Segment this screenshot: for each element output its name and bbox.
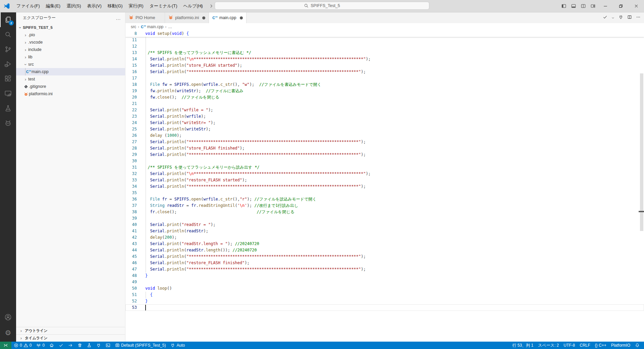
tree-item-spiffs-test-5[interactable]: ›SPIFFS_TEST_5 [16, 24, 125, 31]
nav-back-button[interactable] [197, 2, 205, 10]
status-encoding-text: UTF-8 [564, 342, 575, 349]
editor-scrollbar[interactable] [640, 73, 643, 231]
code-editor[interactable]: 8void setup(void) { 111213 /** SPIFFS を使… [125, 31, 644, 342]
run-task-button[interactable] [603, 15, 607, 21]
dirty-indicator-icon[interactable] [202, 16, 205, 19]
more-actions-button[interactable] [636, 15, 641, 21]
breadcrumb-[interactable]: … [168, 24, 172, 29]
tab-main-cpp[interactable]: C++main.cpp [209, 12, 246, 23]
menu-s[interactable]: 選択(S) [63, 2, 84, 10]
menu-g[interactable]: 移動(G) [105, 2, 126, 10]
activity-run-debug[interactable] [0, 57, 16, 71]
status-encoding[interactable]: UTF-8 [561, 342, 577, 349]
code-text: void setup(void) { [145, 31, 189, 37]
activity-explorer[interactable]: 2 [0, 12, 16, 27]
status-language-mode[interactable]: {} C++ [593, 342, 609, 349]
panel-[interactable]: ›アウトライン [16, 327, 125, 334]
minimize-button[interactable] [598, 0, 613, 12]
activity-settings[interactable]: ⚙ [0, 325, 16, 340]
indent-guide [146, 107, 146, 113]
menu-t[interactable]: ターミナル(T) [147, 2, 180, 10]
activity-testing[interactable] [0, 101, 16, 116]
restore-button[interactable] [613, 0, 629, 12]
tree-item-gitignore[interactable]: .gitignore [16, 83, 125, 90]
breadcrumb-src[interactable]: src [131, 24, 136, 29]
status-pio-test[interactable] [85, 342, 94, 349]
status-pio-clean[interactable] [75, 342, 85, 349]
pio-file-icon [129, 15, 133, 21]
status-platformio-ide[interactable]: PlatformIO [609, 342, 633, 349]
status-indentation[interactable]: スペース: 2 [536, 342, 561, 349]
tree-item-vscode[interactable]: ›.vscode [16, 39, 125, 46]
split-icon [627, 15, 632, 19]
status-pio-serial-port[interactable]: Auto [168, 342, 187, 349]
menu-f[interactable]: ファイル(F) [13, 2, 43, 10]
status-eol[interactable]: CRLF [577, 342, 592, 349]
breadcrumb-main-cpp[interactable]: C++main.cpp [141, 24, 163, 29]
status-pio-home[interactable] [47, 342, 56, 349]
tree-item-test[interactable]: ›test [16, 75, 125, 83]
indent-guide [146, 145, 146, 152]
pio-gray-icon [4, 119, 12, 127]
activity-source-control[interactable] [0, 42, 16, 57]
status-pio-devices[interactable]: 0 [34, 342, 47, 349]
menu-v[interactable]: 表示(V) [84, 2, 105, 10]
layout-left-icon [561, 4, 566, 8]
tree-item-src[interactable]: ›src [16, 61, 125, 68]
code-line-45: 45 Serial.println("*********************… [125, 253, 644, 260]
line-number: 14 [125, 56, 145, 62]
close-button[interactable] [629, 0, 644, 12]
layout-sidebar-left-button[interactable] [559, 0, 569, 12]
tab-platformio-ini[interactable]: platformio.ini [165, 12, 209, 23]
editor-region: PIO Homeplatformio.iniC++main.cpp src›C+… [125, 12, 644, 342]
status-cursor-position[interactable]: 行 53、列 1 [510, 342, 536, 349]
tree-item-platformio-ini[interactable]: platformio.ini [16, 90, 125, 98]
tab-pio-home[interactable]: PIO Home [125, 12, 165, 23]
layout-panel-button[interactable] [569, 0, 578, 12]
status-pio-terminal[interactable] [103, 342, 113, 349]
status-pio-upload[interactable] [66, 342, 75, 349]
status-pio-env[interactable]: Default (SPIFFS_Test_5) [113, 342, 168, 349]
status-pio-build[interactable] [56, 342, 66, 349]
activity-remote-explorer[interactable] [0, 86, 16, 101]
tree-item-lib[interactable]: ›lib [16, 53, 125, 61]
panel-[interactable]: ›タイムライン [16, 334, 125, 342]
status-problems[interactable]: 00 [11, 342, 34, 349]
activity-extensions[interactable] [0, 71, 16, 86]
tree-item-pio[interactable]: ›.pio [16, 31, 125, 39]
code-line-21: 21 [125, 101, 644, 107]
line-number: 45 [125, 253, 145, 260]
vscode-logo-icon [0, 3, 13, 9]
dirty-indicator-icon[interactable] [240, 16, 243, 19]
status-remote-indicator[interactable] [0, 342, 11, 349]
code-text: String readStr = fr.readStringUntil('\n'… [145, 202, 298, 209]
run-task-dropdown-button[interactable] [611, 15, 614, 21]
serial-monitor-button[interactable] [619, 15, 623, 21]
split-editor-button[interactable] [627, 15, 632, 21]
code-line-14: 14 Serial.println("\n*******************… [125, 56, 644, 62]
nav-forward-button[interactable] [207, 2, 215, 10]
line-number: 47 [125, 266, 145, 273]
activity-platformio[interactable] [0, 116, 16, 130]
code-line-27: 27 Serial.println("*********************… [125, 139, 644, 145]
line-number: 37 [125, 202, 145, 209]
command-center-search[interactable]: SPIFFS_Test_5 [215, 2, 429, 10]
layout-customize-button[interactable] [588, 0, 598, 12]
status-pio-serial-monitor[interactable] [94, 342, 103, 349]
activity-search[interactable] [0, 27, 16, 42]
menu-e[interactable]: 編集(E) [43, 2, 63, 10]
tree-item-include[interactable]: ›include [16, 46, 125, 53]
search-icon [4, 31, 12, 38]
tree-item-main-cpp[interactable]: C++main.cpp [16, 68, 125, 75]
menu-r[interactable]: 実行(R) [126, 2, 147, 10]
plug-icon [619, 15, 623, 19]
indent-guide [146, 260, 146, 266]
activity-account[interactable] [0, 309, 16, 325]
remote-icon [3, 343, 8, 348]
status-notifications[interactable] [633, 342, 642, 349]
tree-item-label: main.cpp [32, 69, 49, 74]
indent-guide [146, 81, 146, 88]
sidebar-more-actions[interactable]: … [116, 15, 121, 21]
sidebar-header: エクスプローラー … [16, 12, 125, 23]
layout-sidebar-right-button[interactable] [578, 0, 588, 12]
